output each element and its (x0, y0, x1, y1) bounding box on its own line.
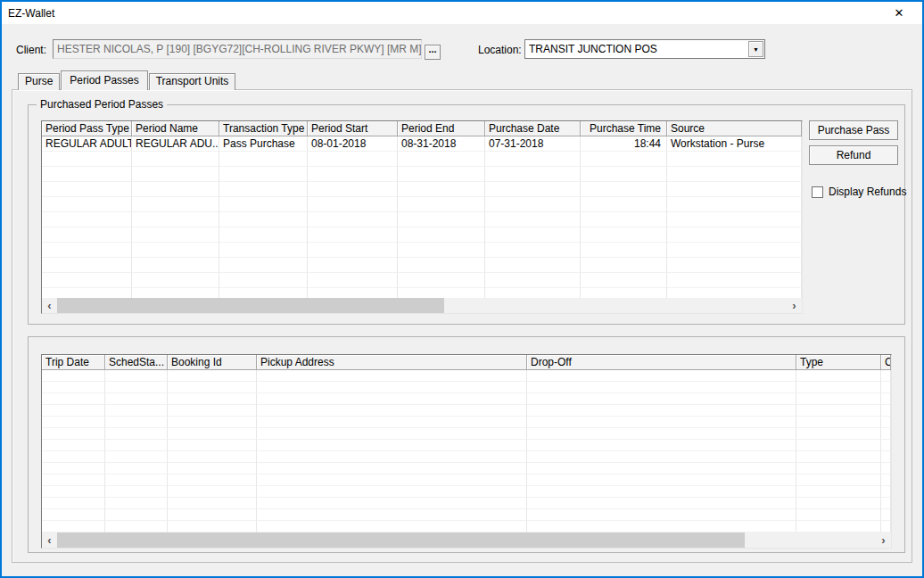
table-cell (219, 258, 308, 273)
column-header-pickup-address[interactable]: Pickup Address (257, 355, 527, 370)
table-cell (881, 509, 891, 521)
table-cell (105, 498, 168, 509)
table-cell (667, 197, 802, 212)
table-header-row: Trip DateSchedSta...Booking IdPickup Add… (42, 355, 891, 370)
close-icon: ✕ (895, 6, 904, 20)
empty-row (42, 405, 891, 417)
table-cell (257, 393, 527, 405)
table-cell (105, 440, 168, 451)
table-cell: Pass Purchase (219, 136, 308, 152)
table-cell (527, 509, 796, 521)
table-cell (881, 498, 891, 509)
table-cell (398, 227, 485, 243)
table-cell (105, 382, 168, 393)
scroll-left-button[interactable]: ‹ (42, 533, 57, 548)
table-cell (168, 498, 257, 509)
display-refunds-checkbox[interactable] (812, 186, 823, 198)
table-cell (42, 227, 132, 243)
table-cell (881, 428, 891, 440)
table-cell (219, 197, 308, 212)
table-body: REGULAR ADULTREGULAR ADU...Pass Purchase… (42, 136, 802, 298)
horizontal-scrollbar[interactable]: ‹ › (42, 298, 802, 313)
table-cell (132, 182, 219, 197)
table-cell (398, 182, 485, 197)
title-bar[interactable]: EZ-Wallet ✕ (2, 2, 922, 24)
scrollbar-track[interactable] (57, 298, 787, 313)
table-cell (881, 405, 891, 417)
table-cell (42, 463, 105, 475)
table-cell (398, 288, 485, 298)
table-cell (485, 152, 581, 167)
table-cell (219, 182, 308, 197)
column-header-purchase-time[interactable]: Purchase Time (581, 121, 667, 136)
column-header-drop-off[interactable]: Drop-Off (527, 355, 796, 370)
client-field[interactable]: HESTER NICOLAS, P [190] [BGYG72][CH-ROLL… (53, 39, 422, 59)
close-button[interactable]: ✕ (885, 2, 913, 24)
table-cell (796, 451, 881, 463)
table-cell (527, 498, 796, 509)
table-cell (168, 486, 257, 498)
display-refunds-row[interactable]: Display Refunds (812, 186, 906, 198)
location-label: Location: (478, 44, 522, 56)
table-cell (105, 393, 168, 405)
table-cell (168, 521, 257, 533)
scroll-right-button[interactable]: › (787, 298, 802, 313)
column-header-purchase-date[interactable]: Purchase Date (485, 121, 581, 136)
empty-row (42, 393, 891, 405)
empty-row (42, 152, 802, 167)
table-cell (42, 212, 132, 227)
scrollbar-thumb[interactable] (57, 298, 444, 313)
table-cell (42, 243, 132, 258)
empty-row (42, 417, 891, 428)
table-cell (881, 382, 891, 393)
table-cell (257, 498, 527, 509)
table-cell (581, 182, 667, 197)
column-header-transaction-type[interactable]: Transaction Type (219, 121, 308, 136)
table-cell (308, 167, 398, 182)
empty-row (42, 382, 891, 393)
scrollbar-thumb[interactable] (57, 533, 745, 548)
tab-purse[interactable]: Purse (18, 73, 60, 90)
table-header-row: Period Pass TypePeriod NameTransaction T… (42, 121, 802, 136)
scroll-right-button[interactable]: › (876, 533, 891, 548)
table-cell (308, 212, 398, 227)
horizontal-scrollbar[interactable]: ‹ › (42, 533, 891, 548)
table-cell (42, 167, 132, 182)
table-cell (219, 167, 308, 182)
column-header-period-pass-type[interactable]: Period Pass Type (42, 121, 132, 136)
column-header-trip-date[interactable]: Trip Date (42, 355, 105, 370)
refund-button[interactable]: Refund (809, 145, 898, 165)
tab-period-passes[interactable]: Period Passes (61, 70, 147, 90)
scrollbar-track[interactable] (57, 533, 876, 548)
table-cell (581, 227, 667, 243)
table-cell (42, 405, 105, 417)
location-select[interactable]: TRANSIT JUNCTION POS ▼ (524, 39, 765, 59)
table-cell (398, 152, 485, 167)
column-header-type[interactable]: Type (796, 355, 881, 370)
table-cell (168, 440, 257, 451)
table-cell (308, 273, 398, 288)
client-browse-button[interactable]: ... (425, 45, 441, 60)
table-cell (42, 428, 105, 440)
table-cell (581, 212, 667, 227)
column-header-period-name[interactable]: Period Name (132, 121, 219, 136)
table-cell (581, 243, 667, 258)
table-cell (257, 509, 527, 521)
column-header-schedsta-[interactable]: SchedSta... (105, 355, 168, 370)
table-cell (308, 182, 398, 197)
table-cell (796, 463, 881, 475)
column-header-c[interactable]: C (881, 355, 891, 370)
purchase-pass-button[interactable]: Purchase Pass (809, 120, 898, 140)
table-cell: 08-31-2018 (398, 136, 485, 152)
group-title: Purchased Period Passes (37, 98, 167, 111)
scroll-left-button[interactable]: ‹ (42, 298, 57, 313)
tab-transport-units[interactable]: Transport Units (149, 73, 236, 90)
chevron-down-icon[interactable]: ▼ (748, 41, 763, 57)
column-header-booking-id[interactable]: Booking Id (168, 355, 257, 370)
column-header-period-start[interactable]: Period Start (308, 121, 398, 136)
column-header-period-end[interactable]: Period End (398, 121, 485, 136)
table-cell (398, 273, 485, 288)
column-header-source[interactable]: Source (667, 121, 802, 136)
table-cell (581, 167, 667, 182)
table-row[interactable]: REGULAR ADULTREGULAR ADU...Pass Purchase… (42, 136, 802, 152)
